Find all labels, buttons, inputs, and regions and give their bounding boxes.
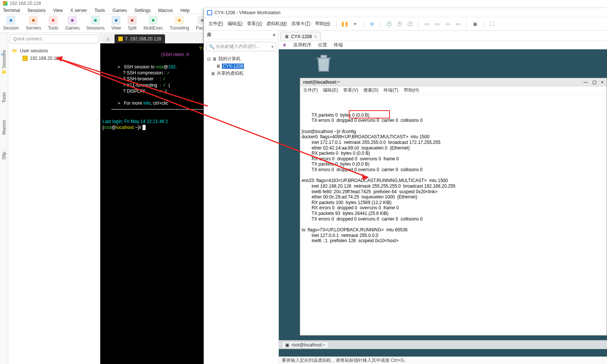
vtab-macros[interactable]: Macros bbox=[1, 117, 7, 138]
tree-my-computer[interactable]: ⊟🖥 我的计算机 bbox=[206, 55, 276, 63]
close-icon[interactable]: × bbox=[601, 80, 604, 85]
menu-help[interactable]: Help bbox=[180, 8, 190, 13]
tool-sessions[interactable]: ●Sessions bbox=[86, 16, 105, 31]
vm-menu-item[interactable]: 编辑(E) bbox=[225, 19, 245, 28]
taskbar-terminal-button[interactable]: ▣ root@localhost:~ bbox=[282, 341, 329, 349]
search-icon: 🔍 bbox=[209, 44, 214, 49]
pause-button[interactable]: ❚❚ bbox=[340, 19, 349, 28]
guest-top-bar: ❖ 应用程序 位置 终端 bbox=[279, 41, 607, 49]
quick-connect-input[interactable]: Quick connect... bbox=[10, 34, 98, 43]
guest-taskbar: ▣ root@localhost:~ bbox=[279, 340, 607, 349]
minimize-icon[interactable]: — bbox=[583, 80, 588, 85]
menu-sessions[interactable]: Sessions bbox=[27, 8, 46, 13]
window-title: 192.168.20.128 bbox=[10, 1, 41, 6]
view-icon[interactable]: ▭ bbox=[454, 19, 463, 28]
menu-tools[interactable]: Tools bbox=[95, 8, 105, 13]
separator bbox=[336, 20, 336, 28]
tree-label: 192.168.20.128 bbox=[30, 56, 61, 61]
fullscreen-icon[interactable]: ⛶ bbox=[487, 19, 496, 28]
separator bbox=[380, 20, 381, 28]
guest-desktop[interactable]: root@localhost:~ — ▢ × 文件(F)编辑(E)查看(V)搜索… bbox=[279, 49, 607, 357]
task-label: root@localhost:~ bbox=[292, 342, 326, 348]
vmware-window: CYX-1208 - VMware Workstation 文件(F)编辑(E)… bbox=[204, 8, 607, 364]
vmware-icon bbox=[207, 10, 212, 15]
snapshot-manage-icon[interactable]: 🕐 bbox=[405, 19, 414, 28]
folder-icon: 📁 bbox=[12, 48, 18, 53]
tool-games[interactable]: ●Games bbox=[65, 16, 80, 31]
vtab-sftp[interactable]: Sftp bbox=[1, 149, 7, 163]
tool-tools[interactable]: ●Tools bbox=[48, 16, 58, 31]
menu-games[interactable]: Games bbox=[113, 8, 127, 13]
session-tree: 📁 User sessions 192.168.20.128 bbox=[8, 45, 100, 364]
snapshot-revert-icon[interactable]: 🕐 bbox=[395, 19, 404, 28]
tool-servers[interactable]: ●Servers bbox=[26, 16, 41, 31]
dropdown-icon[interactable]: ▾ bbox=[271, 44, 274, 49]
tool-split[interactable]: ●Split bbox=[128, 16, 137, 31]
guest-terminal-output[interactable]: TX packets 0 bytes 0 (0.0 B) TX errors 0… bbox=[300, 95, 607, 335]
menu-x server[interactable]: X server bbox=[70, 8, 87, 13]
library-tree: ⊟🖥 我的计算机 🖥 CYX-1208 🖥 共享的虚拟机 bbox=[204, 53, 278, 79]
tree-shared-vms[interactable]: 🖥 共享的虚拟机 bbox=[206, 70, 276, 77]
tab-label: CYX-1208 bbox=[291, 34, 312, 39]
tree-root-user-sessions[interactable]: 📁 User sessions bbox=[10, 47, 98, 55]
vtab-sessions[interactable]: ⭐ Sessions bbox=[1, 47, 7, 78]
snapshot-button[interactable]: ⧉ bbox=[367, 19, 376, 28]
vmware-status-bar: 要将输入定向到该虚拟机，请将鼠标指针移入其中或按 Ctrl+G。 bbox=[279, 357, 607, 364]
vm-menu-item[interactable]: 文件(F) bbox=[206, 19, 225, 28]
applications-icon: ❖ bbox=[283, 43, 287, 48]
library-search-input[interactable]: 🔍 在此处键入内容进行... ▾ bbox=[206, 42, 276, 51]
close-icon[interactable]: × bbox=[273, 33, 275, 38]
vm-menu-item[interactable]: 查看(V) bbox=[245, 19, 264, 28]
tool-tunneling[interactable]: ●Tunneling bbox=[170, 16, 189, 31]
library-header: 库 × bbox=[204, 31, 278, 40]
view-icon[interactable]: ▭ bbox=[443, 19, 452, 28]
vmware-library-panel: 库 × 🔍 在此处键入内容进行... ▾ ⊟🖥 我的计算机 🖥 CYX-1208… bbox=[204, 31, 279, 364]
session-icon bbox=[22, 56, 28, 61]
vm-menu-item[interactable]: 帮助(H) bbox=[313, 19, 333, 28]
guest-term-menu-item[interactable]: 帮助(H) bbox=[404, 87, 419, 93]
terminal-icon: ▣ bbox=[285, 342, 289, 348]
guest-menu-terminal[interactable]: 终端 bbox=[334, 42, 343, 48]
mobaxterm-title-bar: 192.168.20.128 bbox=[0, 0, 607, 7]
vm-menu-item[interactable]: 选项卡(T) bbox=[289, 19, 312, 28]
dropdown-icon[interactable]: ▾ bbox=[351, 19, 360, 28]
tree-label: User sessions bbox=[20, 48, 48, 53]
view-icon[interactable]: ▭ bbox=[422, 19, 431, 28]
vm-menu-item[interactable]: 虚拟机(M) bbox=[264, 19, 289, 28]
trash-icon[interactable] bbox=[312, 52, 335, 74]
tool-session[interactable]: ●Session bbox=[3, 16, 19, 31]
menu-terminal[interactable]: Terminal bbox=[3, 8, 20, 13]
close-icon[interactable]: × bbox=[314, 34, 317, 39]
guest-menu-places[interactable]: 位置 bbox=[318, 42, 327, 48]
menu-view[interactable]: View bbox=[53, 8, 63, 13]
tab-label: 7. 192.168.20.128 bbox=[125, 36, 161, 41]
guest-menu-apps[interactable]: 应用程序 bbox=[293, 42, 311, 48]
vertical-tab-strip: « ⭐ SessionsToolsMacrosSftp bbox=[0, 33, 8, 364]
guest-terminal-titlebar[interactable]: root@localhost:~ — ▢ × bbox=[300, 78, 607, 86]
vm-tab[interactable]: 🖥 CYX-1208 × bbox=[280, 32, 321, 41]
tree-session-item[interactable]: 192.168.20.128 bbox=[21, 55, 98, 62]
menu-settings[interactable]: Settings bbox=[134, 8, 150, 13]
guest-terminal-menubar: 文件(F)编辑(E)查看(V)搜索(S)终端(T)帮助(H) bbox=[300, 86, 607, 95]
ifconfig-highlight-box bbox=[349, 110, 390, 118]
console-icon[interactable]: ▣ bbox=[470, 19, 479, 28]
tool-view[interactable]: ●View bbox=[111, 16, 121, 31]
guest-term-menu-item[interactable]: 查看(V) bbox=[343, 87, 358, 93]
vm-document-tabs: 🖥 CYX-1208 × bbox=[279, 31, 607, 41]
tool-multiexec[interactable]: ●MultiExec bbox=[143, 16, 163, 31]
snapshot-take-icon[interactable]: 🕐 bbox=[384, 19, 393, 28]
guest-term-menu-item[interactable]: 文件(F) bbox=[303, 87, 318, 93]
guest-term-menu-item[interactable]: 编辑(E) bbox=[323, 87, 338, 93]
guest-term-menu-item[interactable]: 搜索(S) bbox=[363, 87, 378, 93]
terminal-tab-active[interactable]: 7. 192.168.20.128 bbox=[115, 34, 165, 43]
guest-term-menu-item[interactable]: 终端(T) bbox=[384, 87, 398, 93]
tree-vm-item[interactable]: 🖥 CYX-1208 bbox=[206, 63, 276, 70]
library-title: 库 bbox=[207, 32, 211, 38]
view-icon[interactable]: ▭ bbox=[433, 19, 442, 28]
vmware-title-bar: CYX-1208 - VMware Workstation bbox=[204, 8, 607, 17]
menu-macros[interactable]: Macros bbox=[158, 8, 173, 13]
home-tab[interactable]: ⌂ bbox=[103, 34, 114, 43]
maximize-icon[interactable]: ▢ bbox=[592, 80, 597, 85]
vtab-tools[interactable]: Tools bbox=[1, 89, 7, 106]
separator bbox=[466, 20, 467, 28]
